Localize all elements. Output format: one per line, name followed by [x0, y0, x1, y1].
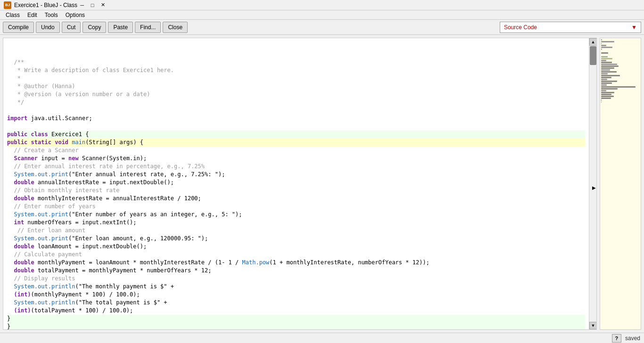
vertical-scrollbar[interactable]: ▲ ▶ ▼: [589, 38, 596, 329]
maximize-button[interactable]: □: [88, 1, 97, 9]
main-area: /** * Write a description of class Exerc…: [0, 35, 644, 333]
scroll-thumb[interactable]: [590, 46, 596, 65]
menu-class[interactable]: Class: [2, 10, 24, 20]
titlebar: BJ Exercice1 - BlueJ - Class ─ □ ✕: [0, 0, 644, 10]
scroll-down-button[interactable]: ▼: [589, 322, 597, 329]
menu-edit[interactable]: Edit: [24, 10, 41, 20]
statusbar: ? saved: [0, 333, 644, 343]
dropdown-arrow-icon: ▼: [631, 24, 637, 31]
minimap: [600, 38, 641, 330]
help-button[interactable]: ?: [612, 334, 621, 343]
window-controls: ─ □ ✕: [77, 1, 107, 9]
toolbar: Compile Undo Cut Copy Paste Find... Clos…: [0, 20, 644, 35]
close-window-button[interactable]: ✕: [98, 1, 107, 9]
expand-icon[interactable]: ▶: [592, 184, 596, 191]
code-editor[interactable]: /** * Write a description of class Exerc…: [3, 38, 589, 329]
find-button[interactable]: Find...: [135, 22, 161, 33]
scroll-up-button[interactable]: ▲: [589, 38, 597, 46]
source-code-dropdown[interactable]: Source Code ▼: [500, 22, 641, 33]
copy-button[interactable]: Copy: [83, 22, 106, 33]
app-icon: BJ: [4, 1, 11, 9]
minimize-button[interactable]: ─: [77, 1, 87, 9]
menu-options[interactable]: Options: [62, 10, 89, 20]
undo-button[interactable]: Undo: [36, 22, 60, 33]
titlebar-title: Exercice1 - BlueJ - Class: [14, 2, 77, 8]
menubar: Class Edit Tools Options: [0, 10, 644, 20]
minimap-content: [600, 38, 641, 329]
saved-status: saved: [625, 335, 640, 342]
cut-button[interactable]: Cut: [62, 22, 81, 33]
menu-tools[interactable]: Tools: [41, 10, 62, 20]
paste-button[interactable]: Paste: [108, 22, 133, 33]
editor-container: /** * Write a description of class Exerc…: [3, 38, 597, 330]
source-code-label: Source Code: [504, 24, 629, 31]
code-content: /** * Write a description of class Exerc…: [7, 58, 585, 329]
close-button[interactable]: Close: [163, 22, 188, 33]
compile-button[interactable]: Compile: [3, 22, 34, 33]
